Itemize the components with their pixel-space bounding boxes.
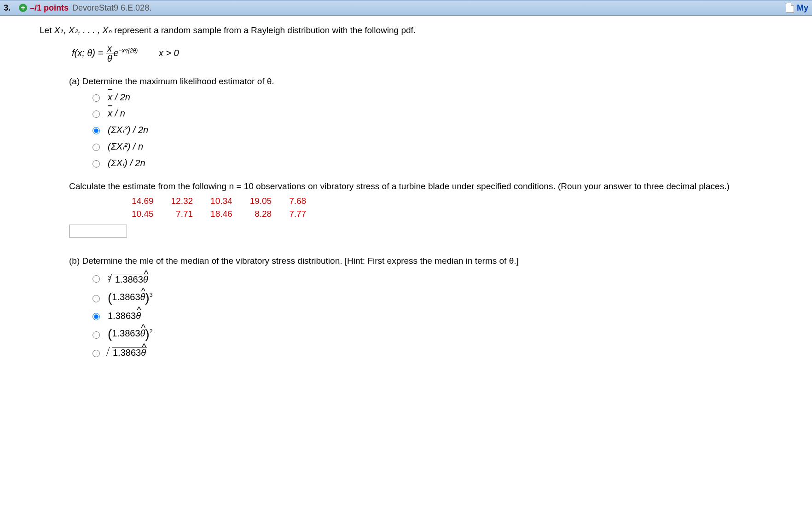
option-b5-label: 1.3863θ [108, 347, 147, 359]
intro-mid: represent a random sample from a Rayleig… [112, 25, 416, 35]
source-label: DevoreStat9 6.E.028. [72, 3, 151, 13]
radio-a4[interactable] [93, 144, 100, 151]
option-b5[interactable]: 1.3863θ [90, 347, 812, 359]
data-cell: 19.05 [242, 195, 280, 207]
fraction-num: x [106, 44, 114, 53]
data-table: 14.6912.3210.3419.057.6810.457.7118.468.… [122, 194, 315, 221]
option-b2[interactable]: (1.3863θ)3 [90, 290, 812, 305]
points-label: –/1 points [30, 3, 69, 13]
option-b3-label: 1.3863θ [108, 311, 141, 321]
radio-a2[interactable] [93, 110, 100, 118]
data-cell: 7.68 [281, 195, 314, 207]
pdf-formula: f(x; θ) = x θ e−x²/(2θ) x > 0 [72, 44, 812, 64]
notes-icon[interactable] [786, 3, 794, 13]
data-cell: 10.45 [123, 208, 162, 220]
data-cell: 7.77 [281, 208, 314, 220]
radio-a1[interactable] [93, 94, 100, 102]
option-b3[interactable]: 1.3863θ [90, 311, 812, 321]
part-b-prompt: (b) Determine the mle of the median of t… [69, 256, 812, 266]
fraction: x θ [106, 44, 114, 64]
sample-vars: X₁, X₂, . . . , Xₙ [54, 25, 112, 35]
radio-b5[interactable] [93, 350, 100, 357]
question-number: 3. [4, 3, 11, 13]
option-b4-label: (1.3863θ)2 [108, 327, 152, 342]
question-body: Let X₁, X₂, . . . , Xₙ represent a rando… [0, 16, 812, 390]
option-a4[interactable]: (ΣXᵢ²) / n [90, 141, 812, 152]
option-b4[interactable]: (1.3863θ)2 [90, 327, 812, 342]
data-cell: 8.28 [242, 208, 280, 220]
question-header: 3. + –/1 points DevoreStat9 6.E.028. My [0, 0, 812, 16]
option-b1-label: 31.3863θ [108, 272, 149, 285]
data-cell: 10.34 [202, 195, 241, 207]
data-cell: 14.69 [123, 195, 162, 207]
option-a5-label: (ΣXᵢ) / 2n [108, 157, 145, 168]
radio-b3[interactable] [93, 313, 100, 320]
part-a-options: x / 2n x / n (ΣXᵢ²) / 2n (ΣXᵢ²) / n (ΣXᵢ… [90, 92, 812, 168]
option-b2-label: (1.3863θ)3 [108, 290, 152, 305]
answer-input[interactable] [69, 225, 127, 237]
radio-b2[interactable] [93, 295, 100, 302]
data-cell: 12.32 [163, 195, 202, 207]
radio-a5[interactable] [93, 160, 100, 168]
my-notes-link[interactable]: My [797, 3, 808, 13]
option-a2[interactable]: x / n [90, 108, 812, 119]
radio-b4[interactable] [93, 331, 100, 339]
radio-b1[interactable] [93, 275, 100, 283]
option-a1-label: x / 2n [108, 92, 130, 103]
data-cell: 18.46 [202, 208, 241, 220]
exp-sup: −x²/(2θ) [119, 47, 138, 54]
option-a2-label: x / n [108, 108, 125, 119]
option-a5[interactable]: (ΣXᵢ) / 2n [90, 157, 812, 168]
option-a3-label: (ΣXᵢ²) / 2n [108, 124, 148, 135]
option-a1[interactable]: x / 2n [90, 92, 812, 103]
option-b1[interactable]: 31.3863θ [90, 272, 812, 285]
part-a-prompt: (a) Determine the maximum likelihood est… [69, 76, 812, 87]
intro-text: Let X₁, X₂, . . . , Xₙ represent a rando… [40, 25, 812, 35]
formula-cond: x > 0 [159, 48, 179, 58]
fraction-den: θ [106, 53, 114, 64]
exp-e: e [114, 48, 119, 58]
plus-icon[interactable]: + [19, 4, 27, 12]
formula-lhs: f(x; θ) = [72, 48, 106, 58]
calc-prompt: Calculate the estimate from the followin… [69, 181, 812, 191]
intro-pre: Let [40, 25, 54, 35]
option-a4-label: (ΣXᵢ²) / n [108, 141, 143, 152]
option-a3[interactable]: (ΣXᵢ²) / 2n [90, 124, 812, 135]
part-b-options: 31.3863θ (1.3863θ)3 1.3863θ (1.3863θ)2 1 [90, 272, 812, 359]
data-cell: 7.71 [163, 208, 202, 220]
radio-a3[interactable] [93, 127, 100, 134]
